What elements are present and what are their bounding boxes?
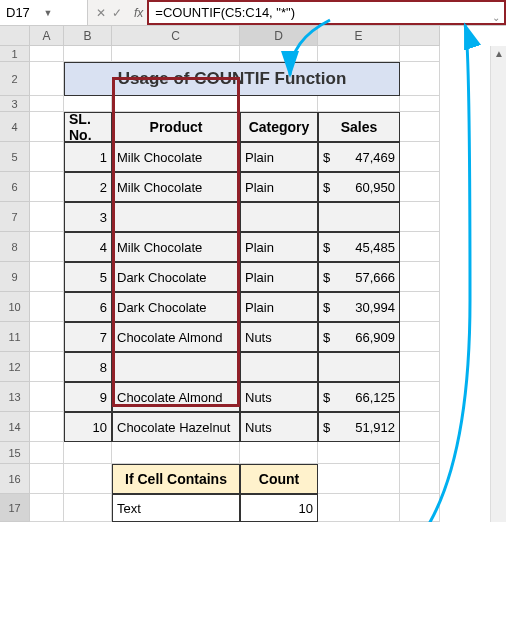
expand-icon[interactable]: ⌄	[492, 12, 500, 23]
confirm-icon[interactable]: ✓	[112, 6, 122, 20]
result-label1[interactable]: If Cell Contains	[112, 464, 240, 494]
table-row[interactable]: 6	[64, 292, 112, 322]
col-B[interactable]: B	[64, 26, 112, 46]
row-14[interactable]: 14	[0, 412, 30, 442]
table-row[interactable]: Nuts	[240, 412, 318, 442]
row-9[interactable]: 9	[0, 262, 30, 292]
row-7[interactable]: 7	[0, 202, 30, 232]
col-edge	[400, 26, 440, 46]
table-row[interactable]: $47,469	[318, 142, 400, 172]
table-row[interactable]: Plain	[240, 262, 318, 292]
result-label2[interactable]: Count	[240, 464, 318, 494]
spreadsheet-grid[interactable]: A B C D E 1 2 Usage of COUNTIF Function …	[0, 26, 506, 142]
table-row[interactable]: $60,950	[318, 172, 400, 202]
header-product[interactable]: Product	[112, 112, 240, 142]
table-row[interactable]: Plain	[240, 142, 318, 172]
result-text[interactable]: Text	[112, 494, 240, 522]
row-13[interactable]: 13	[0, 382, 30, 412]
table-row[interactable]: $66,125	[318, 382, 400, 412]
result-count[interactable]: 10	[240, 494, 318, 522]
table-row[interactable]: Milk Chocolate	[112, 172, 240, 202]
row-17[interactable]: 17	[0, 494, 30, 522]
fx-icon[interactable]: fx	[130, 6, 147, 20]
row-12[interactable]: 12	[0, 352, 30, 382]
name-box-value: D17	[6, 5, 44, 20]
table-row[interactable]: 10	[64, 412, 112, 442]
row-2[interactable]: 2	[0, 62, 30, 96]
row-11[interactable]: 11	[0, 322, 30, 352]
table-row[interactable]: Milk Chocolate	[112, 232, 240, 262]
row-6[interactable]: 6	[0, 172, 30, 202]
col-D[interactable]: D	[240, 26, 318, 46]
table-row[interactable]: Dark Chocolate	[112, 262, 240, 292]
header-sales[interactable]: Sales	[318, 112, 400, 142]
name-box[interactable]: D17 ▼	[0, 0, 88, 25]
table-row[interactable]	[112, 202, 240, 232]
table-row[interactable]: Dark Chocolate	[112, 292, 240, 322]
table-row[interactable]: Chocolate Hazelnut	[112, 412, 240, 442]
table-row[interactable]: 8	[64, 352, 112, 382]
row-3[interactable]: 3	[0, 96, 30, 112]
header-category[interactable]: Category	[240, 112, 318, 142]
col-A[interactable]: A	[30, 26, 64, 46]
table-row[interactable]: $66,909	[318, 322, 400, 352]
table-row[interactable]: 9	[64, 382, 112, 412]
row-10[interactable]: 10	[0, 292, 30, 322]
table-row[interactable]: Nuts	[240, 322, 318, 352]
table-row[interactable]: Chocolate Almond	[112, 382, 240, 412]
table-row[interactable]: $57,666	[318, 262, 400, 292]
row-15[interactable]: 15	[0, 442, 30, 464]
cancel-icon[interactable]: ✕	[96, 6, 106, 20]
table-row[interactable]: 2	[64, 172, 112, 202]
table-row[interactable]: 7	[64, 322, 112, 352]
row-5[interactable]: 5	[0, 142, 30, 172]
title-cell[interactable]: Usage of COUNTIF Function	[64, 62, 400, 96]
formula-text: =COUNTIF(C5:C14, "*")	[155, 5, 295, 20]
table-row[interactable]: 4	[64, 232, 112, 262]
table-row[interactable]	[240, 202, 318, 232]
header-sl[interactable]: SL. No.	[64, 112, 112, 142]
table-row[interactable]	[240, 352, 318, 382]
row-1[interactable]: 1	[0, 46, 30, 62]
row-8[interactable]: 8	[0, 232, 30, 262]
table-row[interactable]: 3	[64, 202, 112, 232]
table-row[interactable]: $45,485	[318, 232, 400, 262]
chevron-down-icon[interactable]: ▼	[44, 8, 82, 18]
formula-bar-icons: ✕ ✓	[88, 6, 130, 20]
table-row[interactable]: Chocolate Almond	[112, 322, 240, 352]
table-row[interactable]: Nuts	[240, 382, 318, 412]
vertical-scrollbar[interactable]: ▲	[490, 46, 506, 522]
table-row[interactable]: $51,912	[318, 412, 400, 442]
table-row[interactable]: Plain	[240, 232, 318, 262]
table-row[interactable]: 1	[64, 142, 112, 172]
formula-bar[interactable]: =COUNTIF(C5:C14, "*") ⌄	[147, 0, 506, 25]
table-row[interactable]	[318, 352, 400, 382]
table-row[interactable]: $30,994	[318, 292, 400, 322]
row-16[interactable]: 16	[0, 464, 30, 494]
formula-bar-row: D17 ▼ ✕ ✓ fx =COUNTIF(C5:C14, "*") ⌄	[0, 0, 506, 26]
table-row[interactable]: Plain	[240, 172, 318, 202]
table-row[interactable]	[318, 202, 400, 232]
table-row[interactable]: Plain	[240, 292, 318, 322]
col-C[interactable]: C	[112, 26, 240, 46]
table-row[interactable]	[112, 352, 240, 382]
col-E[interactable]: E	[318, 26, 400, 46]
select-all-corner[interactable]	[0, 26, 30, 46]
table-row[interactable]: 5	[64, 262, 112, 292]
scroll-up-icon[interactable]: ▲	[494, 48, 504, 59]
table-row[interactable]: Milk Chocolate	[112, 142, 240, 172]
row-4[interactable]: 4	[0, 112, 30, 142]
